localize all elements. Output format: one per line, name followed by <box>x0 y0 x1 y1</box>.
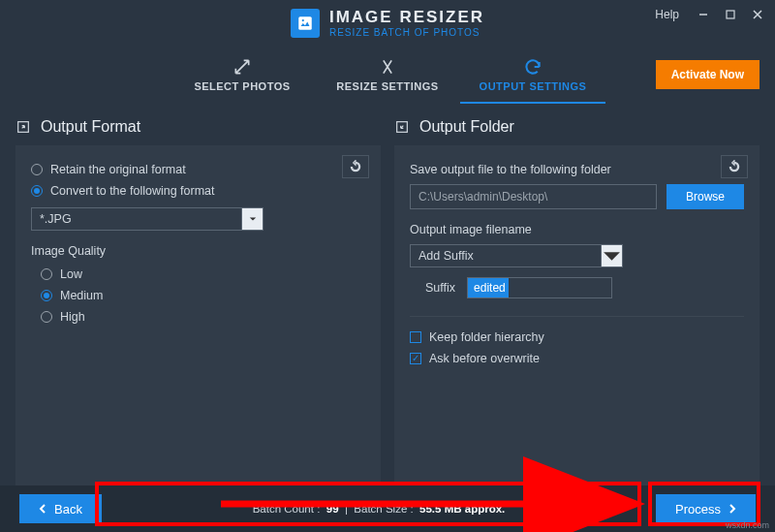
tab-resize-settings[interactable]: RESIZE SETTINGS <box>315 49 460 104</box>
retain-format-radio[interactable]: Retain the original format <box>31 159 365 180</box>
maximize-button[interactable] <box>719 5 742 24</box>
app-title: IMAGE RESIZER <box>329 9 484 27</box>
tabs-row: SELECT PHOTOS RESIZE SETTINGS OUTPUT SET… <box>0 47 775 107</box>
close-button[interactable] <box>746 5 769 24</box>
tabs: SELECT PHOTOS RESIZE SETTINGS OUTPUT SET… <box>170 49 605 104</box>
format-select[interactable]: *.JPG <box>31 207 264 231</box>
panel-heading: Output Format <box>16 118 381 145</box>
suffix-label: Suffix <box>425 281 455 295</box>
expand-arrows-icon <box>232 57 252 77</box>
tab-label: OUTPUT SETTINGS <box>480 80 587 92</box>
filename-label: Output image filename <box>410 223 744 236</box>
quality-high-radio[interactable]: High <box>41 306 365 328</box>
output-folder-panel: Output Folder Save output file to the fo… <box>394 118 760 486</box>
batch-stats: Batch Count : 99 | Batch Size : 55.5 MB … <box>102 503 656 515</box>
quality-medium-radio[interactable]: Medium <box>41 285 365 306</box>
svg-rect-2 <box>727 11 734 18</box>
output-format-panel: Output Format Retain the original format… <box>16 118 381 486</box>
tab-label: RESIZE SETTINGS <box>336 80 438 92</box>
divider <box>410 316 744 317</box>
back-button[interactable]: Back <box>19 494 102 523</box>
quality-low-radio[interactable]: Low <box>41 264 365 285</box>
browse-button[interactable]: Browse <box>666 184 744 209</box>
select-value: Add Suffix <box>410 244 602 267</box>
radio-label: Medium <box>60 289 103 302</box>
reset-format-button[interactable] <box>342 155 369 178</box>
button-label: Process <box>675 502 721 516</box>
chevron-down-icon[interactable] <box>242 207 264 231</box>
select-value: *.JPG <box>31 207 242 231</box>
batch-count-value: 99 <box>326 503 339 515</box>
tab-select-photos[interactable]: SELECT PHOTOS <box>170 49 315 104</box>
chevron-right-icon <box>728 504 736 514</box>
window-controls: Help <box>649 4 769 25</box>
heading-text: Output Folder <box>419 118 514 136</box>
footer: Back Batch Count : 99 | Batch Size : 55.… <box>0 485 775 532</box>
radio-icon <box>41 268 52 280</box>
svg-rect-0 <box>298 16 312 30</box>
checkbox-icon <box>410 331 421 343</box>
save-path-label: Save output file to the following folder <box>410 163 744 176</box>
radio-label: Convert to the following format <box>50 184 215 198</box>
checkbox-label: Ask before overwrite <box>429 352 540 365</box>
main-content: Output Format Retain the original format… <box>0 107 775 486</box>
tab-output-settings[interactable]: OUTPUT SETTINGS <box>460 49 605 104</box>
panel-heading: Output Folder <box>394 118 760 145</box>
radio-label: High <box>60 310 85 324</box>
app-brand: IMAGE RESIZER RESIZE BATCH OF PHOTOS <box>291 9 484 38</box>
title-bar: IMAGE RESIZER RESIZE BATCH OF PHOTOS Hel… <box>0 0 775 47</box>
minimize-button[interactable] <box>692 5 715 24</box>
help-label: Help <box>655 8 679 21</box>
chevron-left-icon <box>39 504 46 514</box>
refresh-icon <box>523 57 542 77</box>
checkbox-label: Keep folder hierarchy <box>429 330 544 344</box>
quality-heading: Image Quality <box>31 244 365 258</box>
suffix-input[interactable] <box>467 277 612 298</box>
resize-icon <box>378 57 397 77</box>
radio-icon <box>31 185 43 197</box>
checkbox-icon <box>410 353 421 364</box>
convert-format-radio[interactable]: Convert to the following format <box>31 180 365 202</box>
output-path-input[interactable] <box>410 184 657 209</box>
batch-size-value: 55.5 MB approx. <box>419 503 505 515</box>
watermark: wsxdn.com <box>726 520 769 530</box>
heading-text: Output Format <box>41 118 140 136</box>
button-label: Back <box>54 502 82 516</box>
keep-hierarchy-checkbox[interactable]: Keep folder hierarchy <box>410 327 744 348</box>
radio-label: Retain the original format <box>50 163 186 176</box>
help-menu[interactable]: Help <box>649 4 688 25</box>
filename-mode-select[interactable]: Add Suffix <box>410 244 623 267</box>
folder-export-icon <box>394 119 410 135</box>
radio-label: Low <box>60 267 82 281</box>
app-subtitle: RESIZE BATCH OF PHOTOS <box>329 27 484 38</box>
radio-icon <box>31 164 43 175</box>
chevron-down-icon[interactable] <box>602 244 623 267</box>
batch-size-label: Batch Size : <box>354 503 413 515</box>
reset-folder-button[interactable] <box>721 155 748 178</box>
process-button[interactable]: Process <box>656 494 756 523</box>
radio-icon <box>41 290 52 301</box>
tab-label: SELECT PHOTOS <box>194 80 290 92</box>
activate-now-button[interactable]: Activate Now <box>656 60 760 89</box>
svg-point-1 <box>302 19 304 21</box>
radio-icon <box>41 311 52 323</box>
batch-count-label: Batch Count : <box>253 503 321 515</box>
export-icon <box>16 119 31 135</box>
ask-overwrite-checkbox[interactable]: Ask before overwrite <box>410 348 744 369</box>
app-logo-icon <box>291 9 320 38</box>
